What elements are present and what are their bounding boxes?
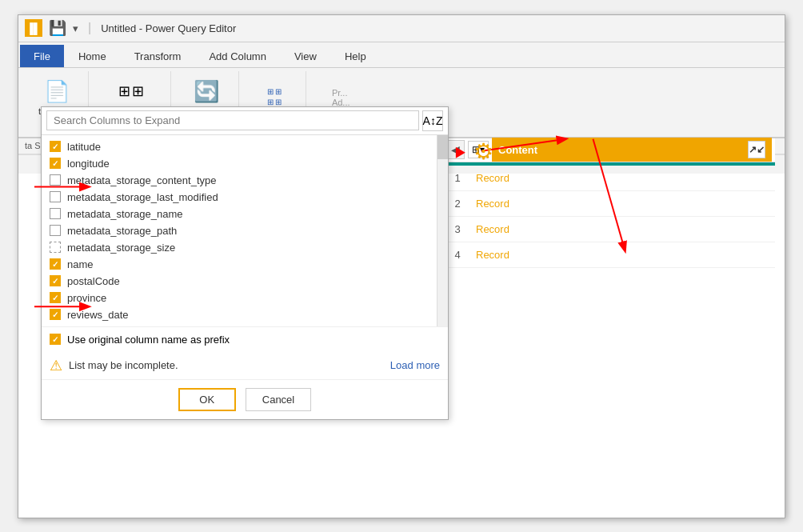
row-val-4[interactable]: Record (469, 249, 509, 261)
table-type-selector[interactable]: ⊞▾ (468, 141, 489, 158)
checkbox-postalcode[interactable] (50, 275, 61, 286)
warning-row: ⚠ List may be incomplete. Load more (42, 352, 448, 379)
cancel-button[interactable]: Cancel (246, 388, 311, 411)
list-item[interactable]: latitude (42, 138, 437, 155)
list-item[interactable]: reviews_date (42, 306, 437, 323)
col-province-label: province (67, 292, 106, 304)
list-item[interactable]: metadata_storage_content_type (42, 172, 437, 189)
load-more-link[interactable]: Load more (390, 359, 440, 371)
datasource-icon: 📄 (44, 79, 70, 105)
table-row: 2 Record (442, 191, 775, 217)
checkbox-reviews-date[interactable] (50, 309, 61, 320)
list-item[interactable]: metadata_storage_size (42, 239, 437, 256)
table-row: 3 Record (442, 217, 775, 242)
row-val-3[interactable]: Record (469, 223, 509, 235)
columns-list-content: latitude longitude metadata_storage_cont… (42, 138, 437, 323)
search-row: A↕Z (42, 107, 448, 135)
checkbox-longitude[interactable] (50, 158, 61, 169)
tab-transform[interactable]: Transform (121, 45, 195, 67)
list-item[interactable]: postalCode (42, 273, 437, 290)
row-num-4: 4 (445, 249, 469, 261)
row-num-2: 2 (445, 198, 469, 210)
refresh-icon: 🔄 (194, 78, 219, 104)
col-postalcode-label: postalCode (67, 275, 120, 287)
title-bar: ▐▌ 💾 ▾ | Untitled - Power Query Editor (18, 15, 785, 42)
col-name-label: name (67, 258, 94, 270)
columns-list: latitude longitude metadata_storage_cont… (42, 135, 448, 326)
tab-home[interactable]: Home (65, 45, 120, 67)
window-title: Untitled - Power Query Editor (101, 22, 236, 34)
checkbox-metadata-content-type[interactable] (50, 174, 61, 186)
sort-button[interactable]: A↕Z (422, 110, 443, 131)
col-metadata-name-label: metadata_storage_name (67, 208, 183, 220)
scrollbar-thumb[interactable] (437, 135, 448, 159)
parameters-icon: ⊞ ⊞ (118, 78, 144, 104)
tab-file[interactable]: File (20, 45, 64, 67)
tab-add-column[interactable]: Add Column (195, 45, 280, 67)
separator: ▾ (73, 22, 78, 34)
list-item[interactable]: province (42, 290, 437, 306)
tab-view[interactable]: View (281, 45, 330, 67)
divider: | (88, 21, 91, 35)
row-num-1: 1 (445, 172, 469, 184)
ok-button[interactable]: OK (178, 388, 236, 411)
prefix-label: Use original column name as prefix (67, 334, 230, 346)
table-row: 1 Record (442, 166, 775, 191)
table-row: 4 Record (442, 242, 775, 268)
list-item[interactable]: metadata_storage_name (42, 206, 437, 222)
scrollbar[interactable] (437, 135, 448, 326)
checkbox-metadata-last-modified[interactable] (50, 191, 61, 202)
list-item[interactable]: name (42, 256, 437, 273)
app-icon: ▐▌ (25, 19, 42, 37)
search-columns-input[interactable] (46, 110, 419, 130)
expand-columns-panel: A↕Z latitude longitude (41, 106, 449, 420)
checkbox-name[interactable] (50, 258, 61, 270)
warning-label: List may be incomplete. (69, 359, 178, 371)
col-header-label: Content (498, 144, 537, 156)
col-reviews-date-label: reviews_date (67, 309, 129, 321)
grid-icons: ⊞⊞ ⊞⊞ (267, 87, 282, 106)
table-area: ◀ ⊞▾ Content ↗↙ 1 Record 2 Record 3 Reco… (442, 138, 775, 498)
list-item[interactable]: longitude (42, 155, 437, 172)
checkbox-latitude[interactable] (50, 141, 61, 152)
prefix-row: Use original column name as prefix (42, 326, 448, 352)
col-metadata-path-label: metadata_storage_path (67, 225, 177, 237)
col-longitude-label: longitude (67, 158, 110, 170)
col-latitude-label: latitude (67, 141, 101, 153)
row-val-1[interactable]: Record (469, 172, 509, 184)
row-num-3: 3 (445, 223, 469, 235)
tab-help[interactable]: Help (331, 45, 380, 67)
row-val-2[interactable]: Record (469, 198, 509, 210)
dialog-buttons: OK Cancel (42, 379, 448, 419)
checkbox-prefix[interactable] (50, 334, 61, 345)
col-metadata-content-type-label: metadata_storage_content_type (67, 174, 216, 186)
save-icon[interactable]: 💾 (49, 19, 66, 37)
col-header-content: Content ↗↙ (492, 138, 772, 162)
checkbox-metadata-size[interactable] (50, 242, 61, 253)
list-item[interactable]: metadata_storage_path (42, 222, 437, 239)
col-metadata-last-modified-label: metadata_storage_last_modified (67, 191, 218, 203)
warning-icon: ⚠ (50, 357, 62, 374)
expand-table-icon[interactable]: ↗↙ (748, 141, 765, 158)
checkbox-metadata-name[interactable] (50, 208, 61, 219)
col-metadata-size-label: metadata_storage_size (67, 242, 175, 254)
ribbon-tabs: File Home Transform Add Column View Help (18, 42, 785, 68)
checkbox-metadata-path[interactable] (50, 225, 61, 236)
checkbox-province[interactable] (50, 292, 61, 303)
list-item[interactable]: metadata_storage_last_modified (42, 189, 437, 206)
table-nav-bar: ◀ ⊞▾ Content ↗↙ (442, 138, 775, 162)
